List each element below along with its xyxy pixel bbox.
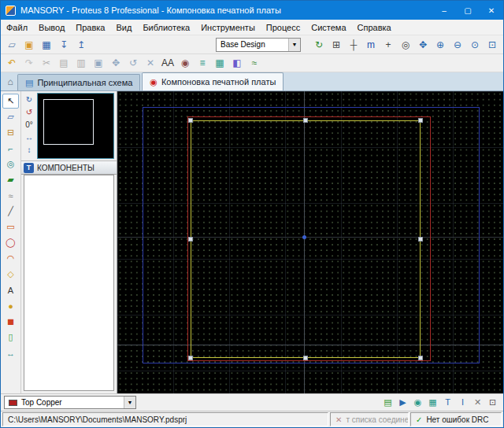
find-component-icon[interactable]: АА [159,55,176,71]
mounting-pad[interactable] [188,237,193,242]
mounting-pad[interactable] [303,118,308,123]
round-pad-icon[interactable]: ● [2,298,19,313]
pan-view-icon[interactable]: ✥ [414,37,432,53]
design-explorer-icon[interactable]: ≡ [194,55,211,71]
block-delete-icon[interactable]: ✕ [142,55,159,71]
netlist-status[interactable]: ✕ т списка соединен [330,412,409,426]
menu-system[interactable]: Система [306,20,351,35]
block-copy-icon[interactable]: ▣ [90,55,107,71]
search-tag-icon[interactable]: ◉ [176,55,194,71]
zoom-out-icon[interactable]: ⊖ [449,37,466,53]
graph-icon[interactable]: ≈ [246,55,263,71]
export-icon[interactable]: ↥ [72,37,90,53]
object-selector-panel: ↻↺0°↔↕ T КОМПОНЕНТЫ [21,91,117,393]
mirror-horizontal-button[interactable]: ↔ [22,131,36,143]
metric-toggle-icon[interactable]: m [362,37,380,53]
via-mode-icon[interactable]: ◎ [2,157,19,172]
design-combo[interactable]: Base Design ▼ [216,38,301,52]
2d-circle-icon[interactable]: ◯ [2,235,19,250]
mounting-pad[interactable] [303,356,308,360]
menu-view[interactable]: Вид [110,20,137,35]
layer-manager-icon[interactable]: ▦ [211,55,228,71]
angle-display[interactable]: 0° [22,118,36,131]
menu-file[interactable]: Файл [1,20,33,35]
menu-output[interactable]: Вывод [33,20,70,35]
grid-toggle-icon[interactable]: ⊞ [328,37,345,53]
ratsnest-mode-icon[interactable]: ≈ [2,188,19,203]
flip-board-icon[interactable]: ▶ [395,395,410,411]
block-move-icon[interactable]: ✥ [107,55,124,71]
block-rotate-icon[interactable]: ↺ [124,55,142,71]
save-project-icon[interactable]: ▦ [38,37,55,53]
component-mode-icon[interactable]: ▱ [2,109,19,124]
layer-stack-icon[interactable]: ▤ [380,395,395,411]
zoom-in-icon[interactable]: ⊕ [432,37,449,53]
zone-mode-icon[interactable]: ▰ [2,172,19,187]
menu-process[interactable]: Процесс [261,20,306,35]
menu-edit[interactable]: Правка [70,20,110,35]
home-tab-icon[interactable]: ⌂ [3,75,17,89]
layer-selector[interactable]: Top Copper ▼ [4,396,136,409]
close-button[interactable]: ✕ [480,1,503,20]
2d-text-icon[interactable]: A [2,282,19,297]
menu-library[interactable]: Библиотека [137,20,195,35]
mounting-pad[interactable] [418,356,423,360]
board-preview[interactable] [37,93,114,159]
zoom-area-icon[interactable]: ⊡ [484,37,501,53]
tab-pcb-layout[interactable]: ◉Компоновка печатной платы [142,72,284,90]
maximize-button[interactable]: ▢ [456,1,480,20]
selection-mode-icon[interactable]: ↖ [2,94,19,109]
layer-color-swatch [9,400,17,406]
color-settings-icon[interactable]: ◧ [228,55,246,71]
dimension-icon[interactable]: ↔ [2,345,19,360]
filter-tracks-icon[interactable]: T [440,395,455,411]
toolbar-icon-glyph: ↥ [77,40,85,50]
menu-tools[interactable]: Инструменты [195,20,261,35]
mounting-pad[interactable] [418,237,423,242]
filter-off-icon[interactable]: ✕ [470,395,485,411]
filter-text-icon[interactable]: I [455,395,470,411]
component-list[interactable] [24,175,114,391]
copy-icon[interactable]: ▤ [55,55,72,71]
square-pad-icon[interactable]: ◼ [2,314,19,329]
mounting-pad[interactable] [418,118,423,123]
snap-marker-icon[interactable]: ◎ [397,37,414,53]
tab-schematic[interactable]: ▤Принципиальная схема [17,74,140,90]
rotate-cw-button[interactable]: ↻ [22,93,36,105]
false-origin-icon[interactable]: + [380,37,397,53]
mirror-vertical-button[interactable]: ↕ [22,143,36,156]
mounting-pad[interactable] [188,356,193,360]
copper-pour-icon[interactable]: ▦ [425,395,440,411]
chevron-down-icon[interactable]: ▼ [124,397,135,408]
mounting-pad[interactable] [188,118,193,123]
paste-icon[interactable]: ▥ [72,55,90,71]
new-project-icon[interactable]: ▱ [3,37,20,53]
2d-line-icon[interactable]: ╱ [2,204,19,219]
rotate-ccw-button[interactable]: ↺ [22,105,36,118]
package-mode-icon[interactable]: ⊟ [2,125,19,140]
2d-arc-icon[interactable]: ◠ [2,251,19,266]
import-icon[interactable]: ↧ [55,37,72,53]
dil-pad-icon[interactable]: ▯ [2,330,19,345]
silk-outline[interactable] [191,120,421,358]
2d-path-icon[interactable]: ◇ [2,267,19,282]
2d-box-icon[interactable]: ▭ [2,220,19,234]
origin-toggle-icon[interactable]: ┼ [345,37,362,53]
open-project-icon[interactable]: ▣ [20,37,38,53]
menu-help[interactable]: Справка [352,20,397,35]
chevron-down-icon[interactable]: ▼ [288,39,300,51]
zoom-all-icon[interactable]: ⊙ [466,37,484,53]
redraw-icon[interactable]: ↻ [310,37,328,53]
zoom-sheet-icon[interactable]: ⊡ [485,395,500,411]
minimize-button[interactable]: – [432,1,456,20]
ratsnest-toggle-icon[interactable]: ◉ [410,395,425,411]
app-window: MANSORY - Proteus 8 Professional - Компо… [0,0,504,428]
track-mode-icon[interactable]: ⌐ [2,141,19,156]
drc-status[interactable]: ✓ Нет ошибок DRC [410,412,502,426]
redo-icon[interactable]: ↷ [20,55,38,71]
toggle-selector-icon[interactable]: T [24,163,34,173]
cut-icon[interactable]: ✂ [38,55,55,71]
edit-toolbar: ↶↷✂▤▥▣✥↺✕АА◉≡▦◧≈ [1,54,503,72]
undo-icon[interactable]: ↶ [3,55,20,71]
pcb-editor-canvas[interactable] [117,91,503,393]
